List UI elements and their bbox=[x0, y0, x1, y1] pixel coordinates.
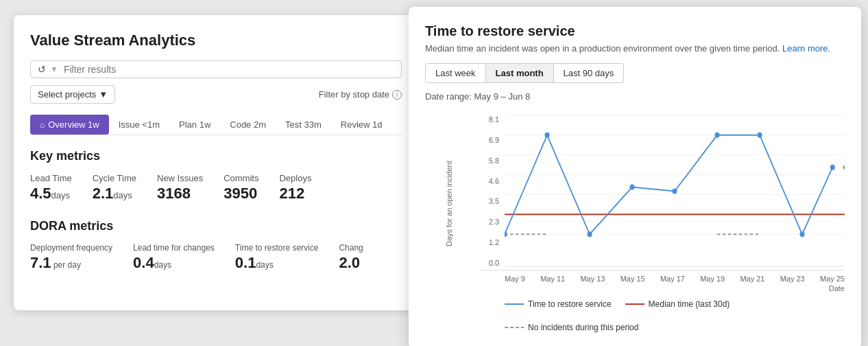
metric-new-issues-label: New Issues bbox=[157, 173, 203, 183]
legend-line-gray-dash bbox=[505, 327, 524, 328]
svg-point-19 bbox=[830, 165, 835, 170]
metric-lead-time-value: 4.5days bbox=[30, 185, 72, 203]
x-label-may21: May 21 bbox=[740, 275, 764, 283]
info-icon[interactable]: i bbox=[392, 90, 402, 100]
metric-deploys: Deploys 212 bbox=[279, 173, 311, 203]
time-tabs: Last week Last month Last 90 days bbox=[425, 63, 845, 83]
home-icon: ⌂ bbox=[40, 120, 45, 130]
tab-last-week[interactable]: Last week bbox=[425, 63, 486, 83]
chevron-down-icon[interactable]: ▼ bbox=[50, 65, 58, 74]
dora-lead-time-changes-value: 0.4days bbox=[133, 254, 215, 272]
chart-wrapper: Days for an open incident 8.1 6.9 5.8 4.… bbox=[425, 113, 845, 332]
filter-stop-date-label: Filter by stop date bbox=[319, 89, 389, 100]
metric-lead-time: Lead Time 4.5days bbox=[30, 173, 72, 203]
y-label-8: 8.1 bbox=[480, 115, 499, 124]
y-label-5: 4.6 bbox=[480, 177, 499, 185]
dora-change-failure: Chang 2.0 bbox=[339, 243, 363, 272]
panel-title: Value Stream Analytics bbox=[30, 32, 402, 49]
learn-more-link[interactable]: Learn more. bbox=[782, 43, 830, 54]
select-projects-button[interactable]: Select projects ▼ bbox=[30, 85, 115, 104]
tab-issue[interactable]: Issue <1m bbox=[109, 115, 169, 135]
svg-point-13 bbox=[587, 231, 592, 237]
x-label-may13: May 13 bbox=[580, 275, 605, 283]
right-panel-description: Median time an incident was open in a pr… bbox=[425, 43, 845, 54]
svg-point-14 bbox=[629, 185, 634, 190]
dora-restore-service-value: 0.1days bbox=[235, 254, 319, 272]
tab-test[interactable]: Test 33m bbox=[276, 115, 331, 135]
x-label-may25: May 25 bbox=[820, 275, 845, 283]
dora-change-failure-label: Chang bbox=[339, 243, 363, 253]
svg-point-15 bbox=[672, 189, 677, 194]
svg-point-17 bbox=[757, 132, 762, 138]
metric-lead-time-label: Lead Time bbox=[30, 173, 72, 183]
tab-test-label: Test 33m bbox=[285, 119, 322, 130]
metric-commits-value: 3950 bbox=[224, 185, 258, 203]
right-panel-title: Time to restore service bbox=[425, 23, 845, 39]
tab-overview[interactable]: ⌂ Overview 1w bbox=[30, 115, 109, 135]
x-label-may23: May 23 bbox=[780, 275, 805, 283]
x-axis-labels: May 9 May 11 May 13 May 15 May 17 May 19… bbox=[480, 275, 845, 283]
x-label-may19: May 19 bbox=[700, 275, 725, 283]
chart-legend: Time to restore service Median time (las… bbox=[480, 299, 845, 332]
y-label-3: 2.3 bbox=[480, 218, 499, 226]
dora-restore-service: Time to restore service 0.1days bbox=[235, 243, 319, 272]
metric-cycle-time-label: Cycle Time bbox=[93, 173, 136, 183]
key-metrics-grid: Lead Time 4.5days Cycle Time 2.1days New… bbox=[30, 173, 402, 203]
history-icon[interactable]: ↺ bbox=[38, 64, 46, 75]
tab-code[interactable]: Code 2m bbox=[220, 115, 276, 135]
legend-median-time-label: Median time (last 30d) bbox=[649, 299, 730, 309]
tab-review-label: Review 1d bbox=[341, 119, 383, 130]
tab-code-label: Code 2m bbox=[230, 119, 266, 130]
select-projects-label: Select projects bbox=[38, 89, 96, 100]
y-axis-labels: 8.1 6.9 5.8 4.6 3.5 2.3 1.2 0.0 bbox=[480, 113, 499, 270]
x-label-may15: May 15 bbox=[620, 275, 645, 283]
legend-line-orange bbox=[625, 303, 644, 305]
tab-last-month[interactable]: Last month bbox=[486, 63, 554, 83]
y-label-7: 6.9 bbox=[480, 136, 499, 144]
key-metrics-title: Key metrics bbox=[30, 149, 402, 163]
svg-point-11 bbox=[505, 231, 507, 237]
chevron-down-icon-small: ▼ bbox=[99, 89, 108, 100]
legend-no-incidents: No incidents during this period bbox=[505, 323, 638, 332]
tab-plan[interactable]: Plan 1w bbox=[169, 115, 220, 135]
dora-change-failure-value: 2.0 bbox=[339, 254, 363, 272]
svg-point-12 bbox=[544, 132, 549, 138]
tab-plan-label: Plan 1w bbox=[179, 119, 210, 130]
dora-metrics-title: DORA metrics bbox=[30, 219, 402, 233]
legend-line-blue bbox=[505, 303, 524, 305]
legend-no-incidents-label: No incidents during this period bbox=[528, 323, 638, 332]
svg-point-18 bbox=[799, 231, 804, 237]
metric-deploys-value: 212 bbox=[279, 185, 311, 203]
dora-deployment-freq: Deployment frequency 7.1 per day bbox=[30, 243, 112, 272]
dora-restore-service-label: Time to restore service bbox=[235, 243, 319, 253]
dora-deployment-freq-value: 7.1 per day bbox=[30, 254, 112, 272]
metric-cycle-time: Cycle Time 2.1days bbox=[93, 173, 136, 203]
legend-restore-service: Time to restore service bbox=[505, 299, 612, 309]
filter-stop-date: Filter by stop date i bbox=[319, 89, 402, 100]
nav-tabs: ⌂ Overview 1w Issue <1m Plan 1w Code 2m … bbox=[30, 115, 402, 135]
tab-overview-label: Overview 1w bbox=[48, 119, 99, 130]
svg-point-20 bbox=[843, 165, 845, 170]
x-label-may17: May 17 bbox=[660, 275, 685, 283]
legend-restore-service-label: Time to restore service bbox=[528, 299, 612, 309]
metric-new-issues-value: 3168 bbox=[157, 185, 203, 203]
tab-review[interactable]: Review 1d bbox=[331, 115, 392, 135]
date-range: Date range: May 9 – Jun 8 bbox=[425, 91, 845, 102]
dora-metrics-grid: Deployment frequency 7.1 per day Lead ti… bbox=[30, 243, 402, 272]
y-label-6: 5.8 bbox=[480, 157, 499, 165]
left-panel: Value Stream Analytics ↺ ▼ Select projec… bbox=[14, 15, 418, 310]
dora-deployment-freq-label: Deployment frequency bbox=[30, 243, 112, 253]
description-text: Median time an incident was open in a pr… bbox=[425, 43, 780, 54]
metric-new-issues: New Issues 3168 bbox=[157, 173, 203, 203]
legend-median-time: Median time (last 30d) bbox=[625, 299, 730, 309]
dora-lead-time-changes-label: Lead time for changes bbox=[133, 243, 215, 253]
metric-deploys-label: Deploys bbox=[279, 173, 311, 183]
tab-last-90-days[interactable]: Last 90 days bbox=[554, 63, 625, 83]
metric-commits: Commits 3950 bbox=[224, 173, 258, 203]
y-label-1: 0.0 bbox=[480, 259, 499, 267]
chart-svg bbox=[505, 113, 845, 270]
filter-bar: ↺ ▼ bbox=[30, 60, 402, 78]
filter-input[interactable] bbox=[64, 64, 394, 75]
dora-lead-time-changes: Lead time for changes 0.4days bbox=[133, 243, 215, 272]
y-label-4: 3.5 bbox=[480, 197, 499, 205]
